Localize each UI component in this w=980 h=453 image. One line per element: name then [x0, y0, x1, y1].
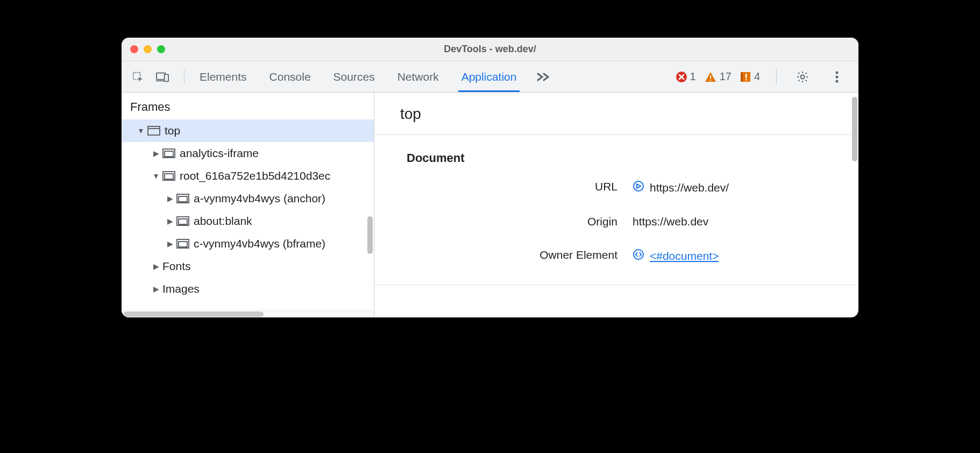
svg-point-27 — [634, 250, 643, 259]
tree-label: about:blank — [194, 215, 252, 228]
iframe-icon — [162, 171, 175, 181]
titlebar: DevTools - web.dev/ — [122, 38, 858, 61]
reveal-in-network-icon[interactable] — [633, 180, 644, 195]
origin-label: Origin — [407, 215, 633, 228]
svg-point-10 — [801, 75, 805, 79]
svg-rect-14 — [148, 126, 160, 135]
issues-badge[interactable]: 4 — [740, 70, 760, 83]
owner-element-value-row: <#document> — [633, 249, 858, 263]
section-divider — [374, 285, 858, 285]
tree-fonts[interactable]: ▶ Fonts — [122, 255, 374, 278]
iframe-icon — [176, 216, 189, 226]
document-properties: URL https://web.dev/ Origin https://web.… — [374, 180, 858, 263]
tabs-overflow-button[interactable] — [536, 72, 551, 82]
chevron-right-icon[interactable]: ▶ — [166, 194, 174, 203]
tree-label: Images — [162, 282, 200, 295]
frame-anchor[interactable]: ▶ a-vynmy4vb4wys (anchor) — [122, 187, 374, 210]
frame-root[interactable]: ▼ root_616a752e1b5d4210d3ec — [122, 165, 374, 187]
svg-rect-23 — [179, 219, 187, 224]
svg-point-26 — [634, 181, 643, 191]
maximize-window-button[interactable] — [157, 45, 165, 53]
svg-point-13 — [836, 80, 839, 82]
content-area: Frames ▼ top ▶ analytics-iframe ▼ root_6… — [122, 93, 858, 317]
tree-images[interactable]: ▶ Images — [122, 278, 374, 300]
tree-label: root_616a752e1b5d4210d3ec — [180, 169, 330, 182]
traffic-lights — [130, 45, 165, 53]
chevron-down-icon[interactable]: ▼ — [137, 126, 145, 135]
minimize-window-button[interactable] — [144, 45, 152, 53]
sidebar-hscroll[interactable] — [122, 310, 374, 317]
chevron-down-icon[interactable]: ▼ — [152, 172, 160, 180]
iframe-icon — [176, 239, 189, 249]
svg-rect-21 — [179, 196, 187, 202]
frame-bframe[interactable]: ▶ c-vynmy4vb4wys (bframe) — [122, 232, 374, 255]
svg-point-11 — [836, 71, 839, 74]
svg-rect-9 — [745, 79, 747, 81]
sidebar-title: Frames — [122, 93, 374, 119]
tree-label: c-vynmy4vb4wys (bframe) — [194, 237, 325, 250]
frame-details-panel: top Document URL https://web.dev/ Origin… — [374, 93, 858, 317]
chevron-right-icon[interactable]: ▶ — [152, 149, 160, 158]
svg-rect-17 — [165, 151, 173, 157]
errors-badge[interactable]: 1 — [676, 70, 696, 83]
svg-rect-19 — [165, 174, 173, 179]
svg-rect-8 — [745, 74, 747, 78]
svg-rect-25 — [179, 242, 187, 247]
frames-tree: ▼ top ▶ analytics-iframe ▼ root_616a752e… — [122, 119, 374, 310]
status-badges[interactable]: 1 17 4 — [676, 70, 761, 83]
iframe-icon — [176, 194, 189, 203]
tab-console[interactable]: Console — [269, 61, 311, 92]
svg-rect-5 — [710, 75, 711, 79]
chevron-right-icon[interactable]: ▶ — [152, 262, 160, 271]
tree-label: Fonts — [162, 260, 191, 273]
svg-point-12 — [836, 75, 839, 78]
frames-sidebar: Frames ▼ top ▶ analytics-iframe ▼ root_6… — [122, 93, 374, 317]
device-toolbar-icon[interactable] — [153, 67, 172, 87]
toolbar-divider — [184, 69, 184, 84]
toolbar-divider — [776, 69, 777, 84]
owner-element-link[interactable]: <#document> — [650, 250, 719, 263]
url-value-row: https://web.dev/ — [633, 180, 858, 195]
frame-title: top — [374, 93, 858, 135]
chevron-right-icon[interactable]: ▶ — [152, 285, 160, 293]
devtools-toolbar: Elements Console Sources Network Applica… — [122, 61, 858, 93]
devtools-window: DevTools - web.dev/ Elements Console Sou… — [122, 38, 858, 317]
window-title: DevTools - web.dev/ — [122, 44, 858, 55]
frame-about-blank[interactable]: ▶ about:blank — [122, 210, 374, 232]
svg-rect-6 — [710, 80, 711, 81]
more-icon[interactable] — [827, 67, 847, 87]
warnings-badge[interactable]: 17 — [705, 70, 732, 83]
sidebar-hscroll-thumb[interactable] — [124, 312, 264, 317]
tree-label: a-vynmy4vb4wys (anchor) — [194, 192, 325, 205]
chevron-right-icon[interactable]: ▶ — [166, 217, 174, 225]
settings-icon[interactable] — [793, 67, 812, 87]
tree-label: analytics-iframe — [180, 147, 259, 160]
tab-sources[interactable]: Sources — [333, 61, 375, 92]
tab-elements[interactable]: Elements — [200, 61, 247, 92]
tree-label: top — [165, 124, 180, 137]
origin-value-row: https://web.dev — [633, 215, 858, 228]
frame-top[interactable]: ▼ top — [122, 119, 374, 142]
close-window-button[interactable] — [130, 45, 138, 53]
reveal-in-elements-icon[interactable] — [633, 249, 644, 263]
origin-value[interactable]: https://web.dev — [633, 215, 708, 228]
url-value[interactable]: https://web.dev/ — [650, 181, 729, 194]
iframe-icon — [162, 148, 175, 158]
tab-network[interactable]: Network — [397, 61, 439, 92]
url-label: URL — [407, 180, 633, 195]
chevron-right-icon[interactable]: ▶ — [166, 239, 174, 248]
tab-application[interactable]: Application — [461, 61, 517, 92]
owner-element-label: Owner Element — [407, 249, 633, 263]
sidebar-vscroll-thumb[interactable] — [367, 216, 373, 254]
svg-rect-3 — [165, 74, 168, 81]
main-vscroll-thumb[interactable] — [852, 97, 857, 161]
section-document: Document — [374, 135, 858, 180]
toolbar-right: 1 17 4 — [676, 67, 853, 87]
frame-analytics-iframe[interactable]: ▶ analytics-iframe — [122, 142, 374, 165]
inspect-element-icon[interactable] — [128, 67, 147, 87]
panel-tabs: Elements Console Sources Network Applica… — [200, 61, 516, 92]
warnings-count: 17 — [720, 70, 732, 83]
errors-count: 1 — [690, 70, 696, 83]
frame-icon — [147, 126, 160, 136]
issues-count: 4 — [754, 70, 760, 83]
